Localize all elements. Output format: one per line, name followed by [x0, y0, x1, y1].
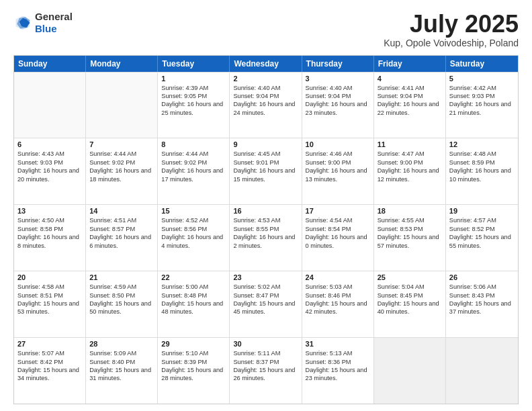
sunset-text: Sunset: 9:02 PM [89, 158, 154, 167]
page: General Blue July 2025 Kup, Opole Voivod… [0, 0, 532, 411]
cal-header-cell-thursday: Thursday [302, 56, 374, 72]
cal-cell: 8Sunrise: 4:44 AMSunset: 9:02 PMDaylight… [158, 138, 230, 204]
day-number: 26 [449, 273, 515, 281]
sunrise-text: Sunrise: 4:40 AM [306, 84, 370, 92]
daylight-text: Daylight: 16 hours and 4 minutes. [161, 233, 226, 250]
calendar-body: 1Sunrise: 4:39 AMSunset: 9:05 PMDaylight… [14, 72, 518, 404]
cal-cell: 21Sunrise: 4:59 AMSunset: 8:50 PMDayligh… [86, 271, 158, 337]
daylight-text: Daylight: 15 hours and 53 minutes. [17, 300, 82, 316]
day-number: 14 [89, 207, 154, 215]
sunset-text: Sunset: 8:42 PM [17, 358, 82, 366]
cal-header-cell-wednesday: Wednesday [230, 56, 302, 72]
cal-cell: 13Sunrise: 4:50 AMSunset: 8:58 PMDayligh… [14, 205, 86, 271]
sunrise-text: Sunrise: 4:44 AM [89, 150, 154, 158]
day-number: 1 [161, 75, 226, 83]
cal-row-0: 1Sunrise: 4:39 AMSunset: 9:05 PMDaylight… [14, 72, 518, 138]
cal-cell: 19Sunrise: 4:57 AMSunset: 8:52 PMDayligh… [446, 205, 518, 271]
sunset-text: Sunset: 8:45 PM [378, 291, 442, 300]
day-number: 4 [378, 75, 442, 83]
sunrise-text: Sunrise: 5:06 AM [449, 283, 515, 291]
location: Kup, Opole Voivodeship, Poland [384, 38, 519, 48]
sunset-text: Sunset: 8:53 PM [378, 225, 442, 233]
sunrise-text: Sunrise: 4:59 AM [89, 283, 154, 291]
cal-header-cell-sunday: Sunday [14, 56, 86, 72]
sunset-text: Sunset: 8:52 PM [449, 225, 515, 233]
sunset-text: Sunset: 8:59 PM [449, 158, 515, 167]
logo-general: General [35, 11, 73, 23]
sunrise-text: Sunrise: 4:45 AM [233, 150, 298, 158]
sunset-text: Sunset: 9:00 PM [306, 158, 370, 167]
sunrise-text: Sunrise: 5:02 AM [233, 283, 298, 291]
cal-header-cell-tuesday: Tuesday [158, 56, 230, 72]
day-number: 7 [89, 140, 154, 148]
daylight-text: Daylight: 16 hours and 24 minutes. [233, 100, 298, 117]
sunset-text: Sunset: 8:40 PM [89, 358, 154, 366]
daylight-text: Daylight: 15 hours and 42 minutes. [306, 300, 370, 316]
sunset-text: Sunset: 9:04 PM [378, 92, 442, 100]
cal-cell: 29Sunrise: 5:10 AMSunset: 8:39 PMDayligh… [158, 338, 230, 404]
sunrise-text: Sunrise: 4:46 AM [306, 150, 370, 158]
day-number: 30 [233, 340, 298, 348]
cal-cell [86, 73, 158, 138]
daylight-text: Daylight: 15 hours and 45 minutes. [233, 300, 298, 316]
cal-cell: 2Sunrise: 4:40 AMSunset: 9:04 PMDaylight… [230, 73, 302, 138]
sunrise-text: Sunrise: 4:55 AM [378, 216, 442, 224]
sunset-text: Sunset: 9:05 PM [161, 92, 226, 100]
day-number: 9 [233, 140, 298, 148]
cal-cell: 22Sunrise: 5:00 AMSunset: 8:48 PMDayligh… [158, 271, 230, 337]
daylight-text: Daylight: 16 hours and 21 minutes. [449, 100, 515, 117]
day-number: 27 [17, 340, 82, 348]
sunset-text: Sunset: 9:02 PM [161, 158, 226, 167]
cal-cell: 14Sunrise: 4:51 AMSunset: 8:57 PMDayligh… [86, 205, 158, 271]
sunset-text: Sunset: 8:47 PM [233, 291, 298, 300]
cal-row-3: 20Sunrise: 4:58 AMSunset: 8:51 PMDayligh… [14, 271, 518, 337]
sunrise-text: Sunrise: 4:53 AM [233, 216, 298, 224]
sunset-text: Sunset: 9:03 PM [17, 158, 82, 167]
cal-row-1: 6Sunrise: 4:43 AMSunset: 9:03 PMDaylight… [14, 138, 518, 204]
daylight-text: Daylight: 16 hours and 2 minutes. [233, 233, 298, 250]
daylight-text: Daylight: 16 hours and 0 minutes. [306, 233, 370, 250]
cal-cell: 9Sunrise: 4:45 AMSunset: 9:01 PMDaylight… [230, 138, 302, 204]
sunset-text: Sunset: 8:56 PM [161, 225, 226, 233]
sunrise-text: Sunrise: 4:48 AM [449, 150, 515, 158]
sunrise-text: Sunrise: 4:50 AM [17, 216, 82, 224]
daylight-text: Daylight: 15 hours and 40 minutes. [378, 300, 442, 316]
sunset-text: Sunset: 8:36 PM [306, 358, 370, 366]
daylight-text: Daylight: 15 hours and 57 minutes. [378, 233, 442, 250]
day-number: 10 [306, 140, 370, 148]
daylight-text: Daylight: 15 hours and 50 minutes. [89, 300, 154, 316]
daylight-text: Daylight: 15 hours and 37 minutes. [449, 300, 515, 316]
cal-cell: 18Sunrise: 4:55 AMSunset: 8:53 PMDayligh… [374, 205, 446, 271]
sunrise-text: Sunrise: 5:03 AM [306, 283, 370, 291]
day-number: 24 [306, 273, 370, 281]
daylight-text: Daylight: 15 hours and 31 minutes. [89, 366, 154, 383]
sunset-text: Sunset: 8:50 PM [89, 291, 154, 300]
cal-cell: 17Sunrise: 4:54 AMSunset: 8:54 PMDayligh… [302, 205, 374, 271]
daylight-text: Daylight: 16 hours and 18 minutes. [89, 167, 154, 183]
cal-header-cell-monday: Monday [86, 56, 158, 72]
sunset-text: Sunset: 9:04 PM [233, 92, 298, 100]
cal-cell: 10Sunrise: 4:46 AMSunset: 9:00 PMDayligh… [302, 138, 374, 204]
cal-header-cell-saturday: Saturday [446, 56, 518, 72]
cal-cell: 20Sunrise: 4:58 AMSunset: 8:51 PMDayligh… [14, 271, 86, 337]
cal-cell: 31Sunrise: 5:13 AMSunset: 8:36 PMDayligh… [302, 338, 374, 404]
sunset-text: Sunset: 8:46 PM [306, 291, 370, 300]
sunrise-text: Sunrise: 4:44 AM [161, 150, 226, 158]
sunset-text: Sunset: 8:43 PM [449, 291, 515, 300]
day-number: 23 [233, 273, 298, 281]
daylight-text: Daylight: 15 hours and 23 minutes. [306, 366, 370, 383]
cal-cell: 16Sunrise: 4:53 AMSunset: 8:55 PMDayligh… [230, 205, 302, 271]
cal-cell: 30Sunrise: 5:11 AMSunset: 8:37 PMDayligh… [230, 338, 302, 404]
day-number: 16 [233, 207, 298, 215]
sunrise-text: Sunrise: 4:58 AM [17, 283, 82, 291]
sunset-text: Sunset: 8:51 PM [17, 291, 82, 300]
header: General Blue July 2025 Kup, Opole Voivod… [13, 11, 519, 48]
day-number: 12 [449, 140, 515, 148]
cal-row-2: 13Sunrise: 4:50 AMSunset: 8:58 PMDayligh… [14, 204, 518, 271]
title-block: July 2025 Kup, Opole Voivodeship, Poland [384, 11, 519, 48]
sunrise-text: Sunrise: 4:57 AM [449, 216, 515, 224]
cal-cell: 26Sunrise: 5:06 AMSunset: 8:43 PMDayligh… [446, 271, 518, 337]
day-number: 6 [17, 140, 82, 148]
sunrise-text: Sunrise: 4:42 AM [449, 84, 515, 92]
sunrise-text: Sunrise: 5:09 AM [89, 349, 154, 357]
